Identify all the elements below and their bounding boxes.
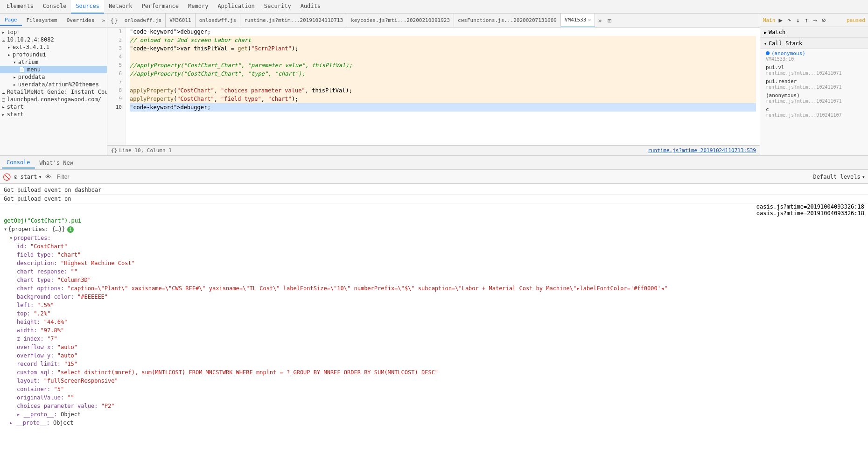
console-obj-field: chart response: ""	[0, 267, 868, 276]
context-dropdown-icon: ▾	[39, 174, 42, 180]
status-left: {} Line 10, Column 1	[111, 147, 172, 154]
file-tab-vm36011[interactable]: VM36011	[166, 14, 195, 28]
tab-elements[interactable]: Elements	[2, 0, 38, 14]
callstack-header[interactable]: ▾ Call Stack	[760, 38, 868, 49]
code-editor[interactable]: 12345678910 "code-keyword">debugger;// o…	[107, 28, 760, 145]
tree-item[interactable]: ▾atrium	[0, 58, 107, 66]
sidebar-tab-bar: Page Filesystem Overrides » ⋮	[0, 14, 107, 28]
context-selector[interactable]: start ▾	[20, 174, 42, 180]
tab-security[interactable]: Security	[259, 0, 296, 14]
console-tab-console[interactable]: Console	[2, 157, 35, 168]
callstack-item[interactable]: pui.vl runtime.js?mtim...102411071	[760, 63, 868, 77]
callstack-items: (anonymous) VM41533:10 pui.vl runtime.js…	[760, 49, 868, 119]
console-obj-field: originalValue: ""	[0, 393, 868, 402]
callstack-item[interactable]: (anonymous) runtime.js?mtim...102411071	[760, 91, 868, 105]
tree-item[interactable]: ☁RetailMeNot Genie: Instant Coupor	[0, 88, 107, 96]
file-tab-onloadwff2[interactable]: onloadwff.js	[196, 14, 240, 28]
console-obj-field: id: "CostChart"	[0, 242, 868, 251]
tree-item[interactable]: ▸start	[0, 103, 107, 111]
code-line: //applyProperty("CostChart_Chart", "type…	[130, 70, 756, 78]
console-tab-whatsnew[interactable]: What's New	[35, 158, 78, 168]
more-tabs-icon[interactable]: »	[595, 17, 604, 24]
sidebar-tab-page[interactable]: Page	[0, 15, 22, 26]
sidebar-more-icon[interactable]: »	[99, 15, 107, 26]
console-obj-field: overflow y: "auto"	[0, 351, 868, 360]
watch-section: ▶ Watch	[760, 27, 868, 38]
callstack-item[interactable]: c runtime.js?mtim...910241107	[760, 105, 868, 119]
debugger-controls: Main ▶ ↷ ↓ ↑ → ⊘ paused	[760, 14, 868, 27]
console-log-entry: Got puiload event on	[0, 195, 868, 203]
file-tab-vm41533[interactable]: VM41533 ✕	[561, 14, 595, 28]
sidebar-tab-filesystem[interactable]: Filesystem	[22, 15, 62, 25]
props-arrow-icon[interactable]: ▾	[9, 235, 13, 241]
tab-sources[interactable]: Sources	[71, 0, 104, 14]
resume-button[interactable]: ▶	[777, 15, 784, 25]
filter-input[interactable]	[54, 173, 811, 181]
step-into-button[interactable]: ↓	[794, 15, 801, 25]
line-number: 7	[111, 78, 122, 86]
console-panel: Console What's New 🚫 ⊙ start ▾ 👁 Default…	[0, 156, 868, 469]
tab-network[interactable]: Network	[104, 0, 137, 14]
step-over-button[interactable]: ↷	[786, 15, 792, 25]
console-obj-field: ▸ __proto__: Object	[0, 410, 868, 419]
toggle-format-icon[interactable]: ⊡	[605, 17, 614, 24]
sidebar-tab-overrides[interactable]: Overrides	[62, 15, 99, 25]
step-button[interactable]: →	[812, 15, 818, 25]
file-tab-runtime[interactable]: runtime.js?mtim...20191024110713	[240, 14, 347, 28]
tree-item[interactable]: ▸ext-3.4.1.1	[0, 43, 107, 51]
line-number: 9	[111, 95, 122, 103]
file-tab-keycodes[interactable]: keycodes.js?mti...20200210091923	[347, 14, 454, 28]
clear-console-button[interactable]: 🚫	[3, 173, 11, 181]
callstack-item[interactable]: pui.render runtime.js?mtim...102411071	[760, 77, 868, 91]
code-line	[130, 78, 756, 86]
tree-item[interactable]: ▸start	[0, 111, 107, 118]
code-content: "code-keyword">debugger;// onload for 2n…	[126, 28, 760, 145]
format-button[interactable]: {}	[107, 17, 121, 24]
step-out-button[interactable]: ↑	[803, 15, 810, 25]
console-obj-field: container: "5"	[0, 385, 868, 393]
runtime-link[interactable]: runtime.js?mtime=20191024110713:539	[648, 147, 756, 154]
sources-top: Page Filesystem Overrides » ⋮ ▸top☁10.10…	[0, 14, 868, 156]
console-log-entry: Got puiload event on dashboar	[0, 186, 868, 195]
file-tab-cwsfunctions[interactable]: cwsFunctions.js...20200207131609	[454, 14, 561, 28]
callstack-section: ▾ Call Stack (anonymous) VM41533:10 pui.…	[760, 38, 868, 155]
tab-performance[interactable]: Performance	[137, 0, 183, 14]
console-tab-bar: Console What's New	[0, 156, 868, 170]
callstack-item[interactable]: (anonymous) VM41533:10	[760, 49, 868, 63]
console-obj-field: top: ".2%"	[0, 309, 868, 318]
console-file-link[interactable]: oasis.js?mtime=20191004093326:18	[756, 203, 864, 210]
tree-item[interactable]: ☁10.10.2.4:8082	[0, 36, 107, 43]
console-obj-field: z index: "7"	[0, 335, 868, 343]
tab-application[interactable]: Application	[213, 0, 259, 14]
tab-memory[interactable]: Memory	[183, 0, 213, 14]
watch-header[interactable]: ▶ Watch	[760, 27, 868, 38]
curly-braces-icon: {}	[111, 147, 117, 154]
tree-item[interactable]: ▸proddata	[0, 73, 107, 81]
levels-label: Default levels	[813, 174, 861, 180]
tree-item[interactable]: ▸profoundui	[0, 51, 107, 58]
tree-item[interactable]: 📄menu	[0, 66, 107, 73]
console-obj-field: field type: "chart"	[0, 251, 868, 259]
code-line: applyProperty("CostChart", "field type",…	[130, 95, 756, 103]
deactivate-breakpoints-button[interactable]: ⊘	[820, 15, 827, 25]
tree-item[interactable]: ▢launchpad.conestogawood.com/	[0, 96, 107, 103]
close-tab-icon[interactable]: ✕	[588, 17, 591, 22]
right-panel: Main ▶ ↷ ↓ ↑ → ⊘ paused ▶ Watch ▾	[760, 14, 868, 155]
console-obj-field: height: "44.6%"	[0, 318, 868, 326]
console-obj-field: width: "97.8%"	[0, 326, 868, 335]
default-levels-selector[interactable]: Default levels ▾	[813, 174, 865, 180]
tab-console[interactable]: Console	[38, 0, 71, 14]
collapse-arrow-icon[interactable]: ▾	[4, 226, 7, 232]
console-obj-field: chart options: "caption=\"Plant\" xaxisn…	[0, 284, 868, 293]
line-number: 2	[111, 36, 122, 44]
console-file-link[interactable]: oasis.js?mtime=20191004093326:18	[756, 210, 864, 217]
file-tab-onloadwff[interactable]: onloadwff.js	[121, 14, 166, 28]
paused-label: paused	[847, 17, 865, 23]
console-obj-field: left: ".5%"	[0, 301, 868, 309]
tab-audits[interactable]: Audits	[296, 0, 325, 14]
tree-item[interactable]: ▸top	[0, 28, 107, 36]
eye-icon[interactable]: 👁	[45, 173, 51, 181]
top-navigation: Elements Console Sources Network Perform…	[0, 0, 868, 14]
preserve-log-icon[interactable]: ⊙	[14, 173, 17, 181]
tree-item[interactable]: ▸userdata/atrium%20themes	[0, 81, 107, 88]
